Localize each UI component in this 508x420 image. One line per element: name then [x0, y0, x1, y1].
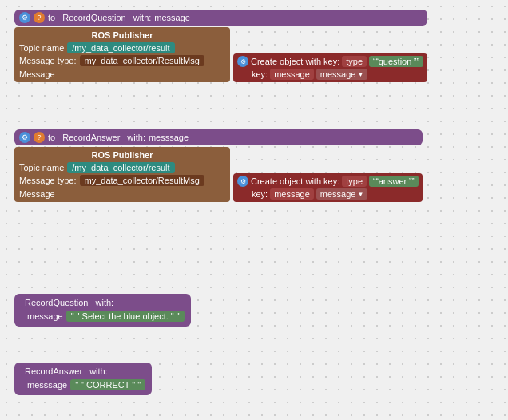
- block1-message-label: Message: [19, 68, 55, 79]
- question-icon: ?: [34, 12, 45, 23]
- block4-quote-close: " ": [129, 380, 141, 390]
- block2-key1[interactable]: type: [342, 176, 367, 187]
- block1-key1[interactable]: type: [342, 56, 367, 67]
- block2-gear-icon[interactable]: ⚙: [237, 176, 248, 187]
- block1-ros-title: ROS Publisher: [19, 30, 225, 40]
- block2-create-label: Create object with key:: [251, 176, 339, 186]
- block2-to-label: to: [48, 133, 55, 142]
- block2-topic-label: Topic name: [19, 163, 64, 172]
- block2-container: ⚙ ? to RecordAnswer with: messsage ROS P…: [14, 129, 423, 202]
- block1-header[interactable]: ⚙ ? to RecordQuestion with: message: [14, 10, 427, 26]
- block2-msgtype-value[interactable]: my_data_collector/ResultMsg: [80, 175, 204, 186]
- block2-ros-title: ROS Publisher: [19, 150, 225, 160]
- block2-create-object-wrapper: ⚙ Create object with key: type answer ke…: [233, 147, 423, 202]
- block1-gear-icon[interactable]: ⚙: [237, 56, 248, 67]
- block2-topic-value[interactable]: /my_data_collector/result: [67, 162, 174, 173]
- block1-ros-publisher: ROS Publisher Topic name /my_data_collec…: [14, 27, 230, 82]
- block1-container: ⚙ ? to RecordQuestion with: message ROS …: [14, 10, 427, 82]
- block2-function-name[interactable]: RecordAnswer: [58, 132, 124, 143]
- block1-create-object: ⚙ Create object with key: type question …: [233, 53, 427, 82]
- block4-param-value[interactable]: " " CORRECT " ": [70, 379, 145, 390]
- block1-msgtype-label: Message type:: [19, 56, 77, 65]
- block2-val2[interactable]: message: [316, 188, 368, 200]
- block3-param-value[interactable]: " " Select the blue object. " ": [66, 311, 185, 322]
- block1-create-object-wrapper: ⚙ Create object with key: type question …: [233, 27, 427, 82]
- block3-with-label: with:: [96, 298, 114, 307]
- block3-quote-close: " ": [169, 311, 180, 321]
- block1-with-label: with:: [133, 13, 152, 22]
- block1-function-name[interactable]: RecordQuestion: [58, 12, 130, 23]
- block4-block: RecordAnswer with: messsage " " CORRECT …: [14, 363, 152, 395]
- block3-quote-open: " ": [71, 311, 82, 321]
- block1-val1[interactable]: question: [369, 56, 423, 67]
- block3-param-label: message: [27, 311, 63, 321]
- block2-create-object: ⚙ Create object with key: type answer ke…: [233, 173, 423, 202]
- block4-param-label: messsage: [27, 380, 67, 390]
- block4-quote-open: " ": [75, 380, 86, 390]
- block1-key2[interactable]: message: [270, 69, 314, 80]
- block2-with-label: with:: [127, 133, 145, 142]
- settings-icon[interactable]: ⚙: [19, 12, 30, 23]
- block1-topic-label: Topic name: [19, 43, 64, 53]
- block3-container: RecordQuestion with: message " " Select …: [14, 294, 191, 327]
- block1-create-label: Create object with key:: [251, 57, 339, 66]
- block2-header[interactable]: ⚙ ? to RecordAnswer with: messsage: [14, 129, 423, 145]
- block4-with-label: with:: [89, 367, 108, 376]
- block2-key2[interactable]: message: [270, 188, 314, 200]
- block1-param: message: [154, 13, 190, 22]
- block1-topic-value[interactable]: /my_data_collector/result: [67, 42, 174, 53]
- block4-function-name[interactable]: RecordAnswer: [21, 366, 86, 377]
- block2-question-icon: ?: [34, 132, 45, 143]
- block1-to-label: to: [48, 13, 55, 22]
- block4-container: RecordAnswer with: messsage " " CORRECT …: [14, 363, 152, 395]
- block2-val1[interactable]: answer: [369, 176, 419, 187]
- block1-val2[interactable]: message: [316, 69, 368, 80]
- block2-msgtype-label: Message type:: [19, 176, 77, 185]
- block3-block: RecordQuestion with: message " " Select …: [14, 294, 191, 327]
- block2-key2-label: key:: [252, 189, 268, 199]
- block3-value-text: Select the blue object.: [82, 311, 169, 321]
- block3-function-name[interactable]: RecordQuestion: [21, 297, 93, 308]
- block2-message-label: Message: [19, 188, 55, 199]
- block1-key2-label: key:: [252, 69, 268, 79]
- block1-msgtype-value[interactable]: my_data_collector/ResultMsg: [80, 55, 204, 66]
- block2-param: messsage: [149, 133, 189, 142]
- block4-value-text: CORRECT: [86, 380, 129, 390]
- block2-ros-publisher: ROS Publisher Topic name /my_data_collec…: [14, 147, 230, 202]
- block2-settings-icon[interactable]: ⚙: [19, 132, 30, 143]
